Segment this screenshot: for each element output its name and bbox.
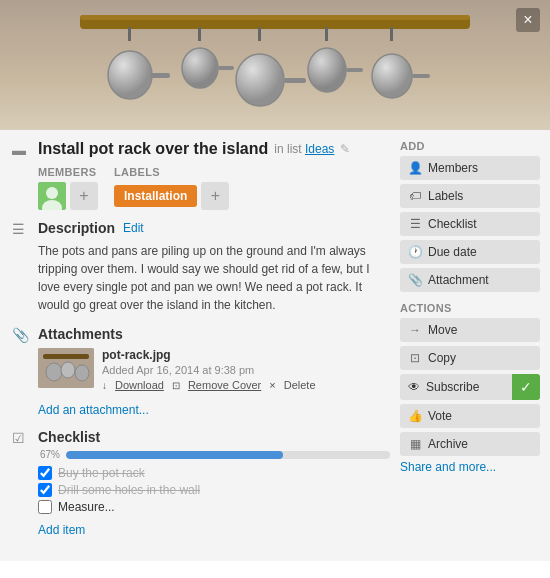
svg-point-4	[108, 51, 152, 99]
labels-meta: Labels Installation +	[114, 166, 229, 210]
title-section: ▬ Install pot rack over the island in li…	[12, 140, 390, 158]
header-image-bg	[0, 0, 550, 130]
avatar	[38, 182, 66, 210]
checklist-item: Measure...	[38, 500, 390, 514]
subscribe-label-area: 👁 Subscribe	[400, 375, 512, 399]
vote-btn-label: Vote	[428, 409, 452, 423]
due-date-sidebar-button[interactable]: 🕐 Due date	[400, 240, 540, 264]
eye-icon: 👁	[408, 380, 420, 394]
copy-sidebar-button[interactable]: ⊡ Copy	[400, 346, 540, 370]
svg-rect-8	[218, 66, 234, 70]
svg-rect-2	[80, 15, 470, 20]
avatar-image	[38, 182, 66, 210]
description-text: The pots and pans are piling up on the g…	[38, 242, 390, 314]
checklist-header: Checklist	[38, 429, 390, 445]
members-sidebar-button[interactable]: 👤 Members	[400, 156, 540, 180]
move-icon: →	[408, 323, 422, 337]
attachment-thumbnail	[38, 348, 94, 388]
card-header-image: ×	[0, 0, 550, 130]
members-btn-label: Members	[428, 161, 478, 175]
due-date-btn-label: Due date	[428, 245, 477, 259]
checklist-checkbox-1[interactable]	[38, 466, 52, 480]
card-body: ▬ Install pot rack over the island in li…	[0, 130, 550, 561]
close-button[interactable]: ×	[516, 8, 540, 32]
attachments-header: Attachments	[38, 326, 390, 342]
svg-point-24	[61, 362, 75, 378]
svg-rect-17	[412, 74, 430, 78]
checklist-item-text-3: Measure...	[58, 500, 115, 514]
thumbs-up-icon: 👍	[408, 409, 422, 423]
members-items: +	[38, 182, 98, 210]
archive-btn-label: Archive	[428, 437, 468, 451]
svg-rect-11	[284, 78, 306, 83]
progress-bar-bg	[66, 451, 390, 459]
add-item-button[interactable]: Add item	[38, 521, 85, 539]
rack-svg	[0, 0, 550, 130]
checklist-item-text-2: Drill some holes in the wall	[58, 483, 200, 497]
move-btn-label: Move	[428, 323, 457, 337]
in-list-link[interactable]: Ideas	[305, 142, 334, 156]
attachment-info: pot-rack.jpg Added Apr 16, 2014 at 9:38 …	[102, 348, 390, 391]
subscribe-button[interactable]: 👁 Subscribe ✓	[400, 374, 540, 400]
delete-attachment-link[interactable]: Delete	[284, 379, 316, 391]
card-sidebar: Add 👤 Members 🏷 Labels ☰ Checklist 🕐 Due…	[400, 140, 540, 551]
download-arrow-icon: ↓	[102, 380, 107, 391]
pencil-icon[interactable]: ✎	[340, 142, 350, 156]
checklist-checkbox-2[interactable]	[38, 483, 52, 497]
checklist-title: Checklist	[38, 429, 100, 445]
svg-rect-6	[198, 27, 201, 41]
card-main: ▬ Install pot rack over the island in li…	[12, 140, 390, 551]
members-meta: Members +	[38, 166, 98, 210]
attachments-title: Attachments	[38, 326, 123, 342]
move-sidebar-button[interactable]: → Move	[400, 318, 540, 342]
add-label-button[interactable]: +	[201, 182, 229, 210]
description-header: Description Edit	[38, 220, 390, 236]
meta-row: Members + Labels	[12, 166, 390, 210]
attachments-section: 📎 Attachments po	[12, 326, 390, 417]
labels-sidebar-button[interactable]: 🏷 Labels	[400, 184, 540, 208]
description-edit-link[interactable]: Edit	[123, 221, 144, 235]
sidebar-add-title: Add	[400, 140, 540, 152]
share-and-more-link[interactable]: Share and more...	[400, 460, 540, 474]
attachment-btn-label: Attachment	[428, 273, 489, 287]
attachment-name: pot-rack.jpg	[102, 348, 390, 362]
download-link[interactable]: Download	[115, 379, 164, 391]
svg-point-13	[308, 48, 346, 92]
svg-point-16	[372, 54, 412, 98]
progress-percent: 67%	[38, 449, 60, 460]
checklist-btn-label: Checklist	[428, 217, 477, 231]
svg-point-7	[182, 48, 218, 88]
label-installation[interactable]: Installation	[114, 185, 197, 207]
description-title: Description	[38, 220, 115, 236]
labels-icon: 🏷	[408, 189, 422, 203]
svg-rect-15	[390, 27, 393, 41]
checklist-item: Buy the pot rack	[38, 466, 390, 480]
members-label: Members	[38, 166, 98, 178]
checklist-item-text-1: Buy the pot rack	[58, 466, 145, 480]
thumb-svg	[38, 348, 94, 388]
add-attachment-link[interactable]: Add an attachment...	[38, 403, 149, 417]
description-icon: ☰	[12, 221, 25, 237]
clock-icon: 🕐	[408, 245, 422, 259]
modal-container: × ▬ Install pot rack over the island in …	[0, 0, 550, 561]
in-list-text: in list Ideas	[274, 142, 334, 156]
attachment-sidebar-button[interactable]: 📎 Attachment	[400, 268, 540, 292]
svg-point-19	[46, 187, 58, 199]
checklist-section: ☑ Checklist 67% Buy the pot rack Drill s	[12, 429, 390, 539]
card-title-icon: ▬	[12, 142, 26, 158]
archive-sidebar-button[interactable]: ▦ Archive	[400, 432, 540, 456]
sidebar-actions-title: Actions	[400, 302, 540, 314]
progress-row: 67%	[38, 449, 390, 460]
remove-cover-link[interactable]: Remove Cover	[188, 379, 261, 391]
checklist-sidebar-button[interactable]: ☰ Checklist	[400, 212, 540, 236]
svg-rect-14	[346, 68, 363, 72]
svg-point-10	[236, 54, 284, 106]
attachment-date: Added Apr 16, 2014 at 9:38 pm	[102, 364, 390, 376]
paperclip-icon: 📎	[408, 273, 422, 287]
checklist-checkbox-3[interactable]	[38, 500, 52, 514]
vote-sidebar-button[interactable]: 👍 Vote	[400, 404, 540, 428]
labels-items: Installation +	[114, 182, 229, 210]
svg-point-25	[75, 365, 89, 381]
svg-rect-12	[325, 27, 328, 41]
add-member-button[interactable]: +	[70, 182, 98, 210]
